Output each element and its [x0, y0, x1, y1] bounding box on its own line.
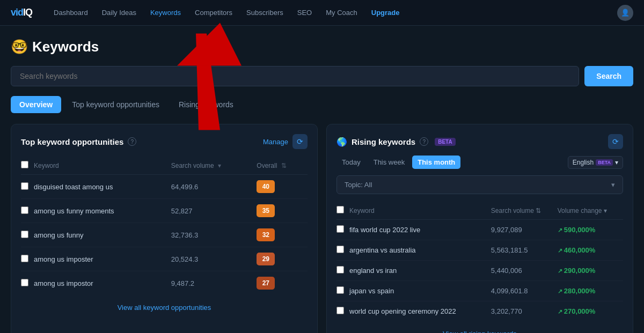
row-checkbox-cell [21, 199, 34, 223]
top-keywords-title-row: Top keyword opportunities ? [21, 137, 136, 146]
row-checkbox[interactable] [21, 255, 28, 262]
rising-row-checkbox[interactable] [336, 246, 344, 253]
rising-keywords-body: fifa world cup 2022 live 9,927,089 590,0… [336, 220, 623, 322]
top-keywords-header: Top keyword opportunities ? Manage ⟳ [21, 134, 308, 149]
list-item: fifa world cup 2022 live 9,927,089 590,0… [336, 220, 623, 240]
list-item: japan vs spain 4,099,601.8 280,000% [336, 281, 623, 301]
rising-header-cols: Keyword Search volume ⇅ Volume change ▾ [336, 202, 623, 220]
select-all-checkbox[interactable] [21, 161, 28, 168]
rising-th-vol-change[interactable]: Volume change ▾ [558, 202, 623, 220]
language-button[interactable]: English BETA ▾ [568, 156, 623, 169]
score-badge: 40 [257, 180, 275, 193]
row-checkbox[interactable] [21, 279, 28, 286]
tab-overview[interactable]: Overview [11, 96, 61, 113]
row-score: 27 [257, 271, 308, 295]
nav-my-coach[interactable]: My Coach [320, 5, 363, 20]
nav-daily-ideas[interactable]: Daily Ideas [97, 5, 142, 20]
lang-label: English [573, 159, 594, 166]
search-button[interactable]: Search [584, 66, 633, 86]
sort-volume-icon: ▾ [218, 162, 221, 169]
row-keyword: among us funny [34, 223, 171, 247]
rising-row-keyword: england vs iran [349, 261, 491, 281]
rising-row-checkbox-cell [336, 240, 349, 261]
manage-link[interactable]: Manage [263, 138, 288, 146]
topic-selector[interactable]: Topic: All ▾ [336, 175, 623, 194]
row-volume: 52,827 [171, 199, 257, 223]
rising-row-checkbox[interactable] [336, 307, 344, 314]
rising-tab-today[interactable]: Today [336, 156, 366, 169]
top-keywords-icon-btn[interactable]: ⟳ [292, 134, 308, 149]
rising-keywords-panel: 🌎 Rising keywords ? BETA ⟳ Today This we… [326, 124, 633, 333]
table-row: among us funny moments 52,827 35 [21, 199, 308, 223]
volume-change-badge: 270,000% [558, 307, 596, 315]
rising-row-checkbox-cell [336, 301, 349, 322]
rising-header-left: 🌎 Rising keywords ? BETA [336, 137, 456, 147]
rising-th-search-volume[interactable]: Search volume ⇅ [491, 202, 558, 220]
tab-top-keyword-opportunities[interactable]: Top keyword opportunities [63, 96, 168, 113]
top-keywords-info-icon[interactable]: ? [128, 137, 136, 146]
score-badge: 27 [257, 277, 275, 290]
row-checkbox-cell [21, 247, 34, 271]
rising-select-all[interactable] [336, 206, 344, 213]
row-volume: 32,736.3 [171, 223, 257, 247]
search-bar: Search [11, 66, 633, 86]
volume-change-badge: 460,000% [558, 246, 596, 254]
rising-row-change: 290,000% [558, 261, 623, 281]
rising-row-change: 280,000% [558, 281, 623, 301]
table-row: among us impostor 9,487.2 27 [21, 271, 308, 295]
search-input[interactable] [11, 66, 579, 86]
row-volume: 9,487.2 [171, 271, 257, 295]
nav-keywords[interactable]: Keywords [145, 5, 186, 20]
score-badge: 32 [257, 228, 275, 241]
th-overall[interactable]: Overall ⇅ [257, 157, 308, 175]
rising-sort-vol-icon: ⇅ [536, 207, 541, 214]
nav-subscribers[interactable]: Subscribers [241, 5, 289, 20]
nav-seo[interactable]: SEO [292, 5, 317, 20]
page-title: 🤓Keywords [11, 39, 633, 55]
rising-header-row: 🌎 Rising keywords ? BETA ⟳ [336, 134, 623, 149]
tab-rising-keywords[interactable]: Rising keywords [170, 96, 242, 113]
list-item: world cup opening ceremony 2022 3,202,77… [336, 301, 623, 322]
row-checkbox[interactable] [21, 182, 28, 190]
navbar: vidIQ Dashboard Daily Ideas Keywords Com… [0, 0, 644, 26]
score-badge: 35 [257, 204, 275, 217]
rising-keywords-icon-btn[interactable]: ⟳ [608, 134, 623, 149]
nav-upgrade[interactable]: Upgrade [366, 5, 405, 20]
rising-row-checkbox[interactable] [336, 286, 344, 294]
rising-row-checkbox[interactable] [336, 225, 344, 233]
rising-row-change: 590,000% [558, 220, 623, 240]
rising-keywords-table: Keyword Search volume ⇅ Volume change ▾ [336, 202, 623, 321]
row-checkbox-cell [21, 223, 34, 247]
row-volume: 64,499.6 [171, 175, 257, 199]
rising-row-keyword: argentina vs australia [349, 240, 491, 261]
top-keywords-panel: Top keyword opportunities ? Manage ⟳ Key… [11, 124, 318, 333]
logo[interactable]: vidIQ [11, 7, 32, 18]
score-badge: 29 [257, 253, 275, 265]
rising-keywords-info-icon[interactable]: ? [420, 137, 428, 146]
list-item: england vs iran 5,440,006 290,000% [336, 261, 623, 281]
row-checkbox[interactable] [21, 231, 28, 238]
table-row: among us imposter 20,524.3 29 [21, 247, 308, 271]
rising-row-change: 460,000% [558, 240, 623, 261]
row-checkbox[interactable] [21, 206, 28, 214]
rising-tab-week[interactable]: This week [368, 156, 411, 169]
th-checkbox [21, 157, 34, 175]
top-keywords-table: Keyword Search volume ▾ Overall ⇅ [21, 157, 308, 295]
th-search-volume[interactable]: Search volume ▾ [171, 157, 257, 175]
topic-chevron-icon: ▾ [611, 181, 615, 189]
nav-dashboard[interactable]: Dashboard [48, 5, 93, 20]
rising-row-checkbox[interactable] [336, 266, 344, 273]
top-keywords-title: Top keyword opportunities [21, 137, 123, 146]
row-keyword: among us funny moments [34, 199, 171, 223]
row-keyword: disguised toast among us [34, 175, 171, 199]
rising-row-volume: 9,927,089 [491, 220, 558, 240]
view-all-top-keywords: View all keyword opportunities [21, 302, 308, 312]
top-keywords-body: disguised toast among us 64,499.6 40 amo… [21, 175, 308, 295]
rising-row-checkbox-cell [336, 281, 349, 301]
row-checkbox-cell [21, 175, 34, 199]
avatar[interactable]: 👤 [617, 5, 633, 21]
rising-keywords-title: Rising keywords [352, 137, 415, 146]
row-checkbox-cell [21, 271, 34, 295]
rising-tab-month[interactable]: This month [412, 156, 460, 169]
nav-competitors[interactable]: Competitors [189, 5, 238, 20]
